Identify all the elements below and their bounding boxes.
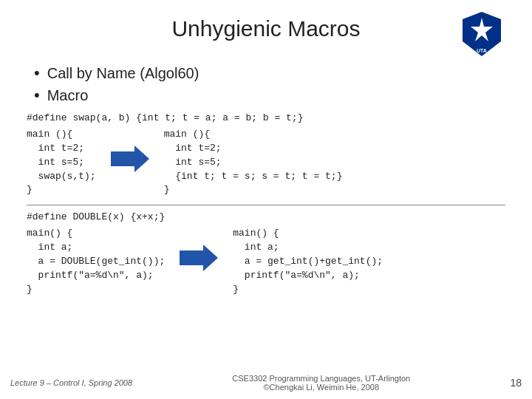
footer: Lecture 9 – Control I, Spring 2008 CSE33…	[0, 374, 532, 392]
arrow-icon-1	[111, 146, 149, 172]
arrow-container-1	[103, 146, 157, 172]
bullet-dot-2: •	[34, 86, 40, 105]
code-columns-2: main() { int a; a = DOUBLE(get_int()); p…	[27, 227, 505, 296]
code-right-2: main() { int a; a = get_int()+get_int();…	[233, 227, 383, 296]
footer-right: 18	[510, 377, 522, 389]
bullet-text-2: Macro	[47, 87, 89, 104]
bullet-list: • Call by Name (Algol60) • Macro	[27, 64, 505, 105]
footer-left: Lecture 9 – Control I, Spring 2008	[10, 378, 132, 387]
arrow-icon-2	[180, 245, 218, 271]
arrow-container-2	[172, 245, 225, 271]
code-left-1: main (){ int t=2; int s=5; swap(s,t); }	[27, 128, 96, 197]
define-line-1: #define swap(a, b) {int t; t = a; a = b;…	[27, 112, 505, 123]
code-section-2: #define DOUBLE(x) {x+x;} main() { int a;…	[27, 211, 505, 296]
header-row: Unhygienic Macros UTA	[27, 13, 505, 58]
code-right-1: main (){ int t=2; int s=5; {int t; t = s…	[164, 128, 343, 197]
footer-center: CSE3302 Programming Languages, UT-Arling…	[232, 374, 410, 392]
bullet-item-2: • Macro	[34, 86, 505, 105]
bullet-dot-1: •	[34, 64, 40, 83]
bullet-text-1: Call by Name (Algol60)	[47, 65, 200, 82]
svg-marker-4	[180, 245, 218, 271]
svg-text:UTA: UTA	[477, 48, 487, 53]
svg-marker-3	[111, 146, 149, 172]
bullet-item-1: • Call by Name (Algol60)	[34, 64, 505, 83]
ut-arlington-logo: UTA	[458, 10, 505, 58]
divider	[27, 205, 505, 205]
slide-title: Unhygienic Macros	[74, 16, 458, 41]
code-left-2: main() { int a; a = DOUBLE(get_int()); p…	[27, 227, 165, 296]
code-columns-1: main (){ int t=2; int s=5; swap(s,t); } …	[27, 128, 505, 197]
define-line-2: #define DOUBLE(x) {x+x;}	[27, 211, 505, 222]
slide: Unhygienic Macros UTA • Call by Name (Al…	[0, 0, 532, 399]
code-section-1: #define swap(a, b) {int t; t = a; a = b;…	[27, 112, 505, 197]
